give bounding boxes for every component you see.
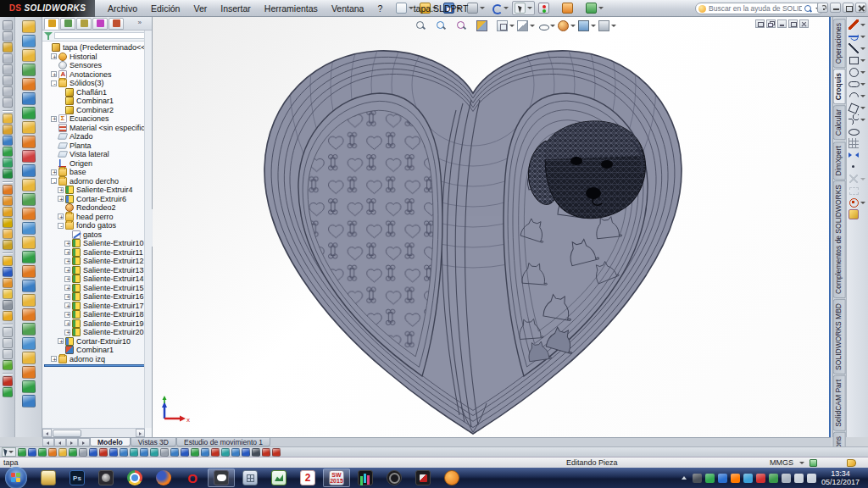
tree-item[interactable]: Planta xyxy=(44,141,152,151)
tool-icon[interactable] xyxy=(3,42,13,53)
expand-toggle-icon[interactable] xyxy=(58,338,64,344)
doc-cascade-icon[interactable] xyxy=(766,19,776,28)
taskbar-equalizer[interactable] xyxy=(352,469,379,487)
tool-icon[interactable] xyxy=(22,366,36,379)
tool-icon[interactable] xyxy=(140,448,148,457)
doc-minimize-icon[interactable] xyxy=(777,19,787,28)
tool-icon[interactable] xyxy=(3,256,13,266)
first-tab-icon[interactable] xyxy=(42,438,54,446)
tool-icon[interactable] xyxy=(3,278,13,288)
tray-red-icon[interactable] xyxy=(756,474,765,483)
tool-icon[interactable] xyxy=(99,448,108,457)
tool-icon[interactable] xyxy=(221,448,230,457)
tree-item[interactable]: Cortar-Extruir10 xyxy=(44,337,152,347)
tool-icon[interactable] xyxy=(201,448,209,457)
expand-toggle-icon[interactable] xyxy=(64,276,70,282)
tool-icon[interactable] xyxy=(89,448,97,457)
tool-icon[interactable] xyxy=(22,236,36,249)
taskbar-opera[interactable]: O xyxy=(179,469,206,487)
tree-item[interactable]: Sensores xyxy=(44,61,152,70)
dimxpertmanager-tab[interactable] xyxy=(92,18,108,30)
tool-icon[interactable] xyxy=(22,78,36,91)
tool-icon[interactable] xyxy=(22,136,36,148)
close-button[interactable] xyxy=(855,3,866,13)
mirror-tool-icon[interactable] xyxy=(849,150,865,160)
taskbar-clock[interactable]: 13:34 05/12/2017 xyxy=(820,469,865,486)
tool-icon[interactable] xyxy=(3,147,13,157)
menu-item[interactable]: Ver xyxy=(187,2,213,15)
command-tab[interactable]: SOLIDWORKS MBD xyxy=(833,299,846,374)
taskbar-orange-app[interactable] xyxy=(438,469,465,487)
document-tab[interactable]: Modelo xyxy=(90,438,131,446)
menu-item[interactable]: Insertar xyxy=(214,2,257,15)
tool-icon[interactable] xyxy=(48,448,57,457)
menu-item[interactable]: Edición xyxy=(145,2,186,15)
filter-input[interactable] xyxy=(54,32,150,39)
taskbar-dark-app[interactable] xyxy=(92,469,120,487)
tool-icon[interactable] xyxy=(3,53,13,64)
tool-icon[interactable] xyxy=(252,448,260,457)
command-tab[interactable]: Calcular xyxy=(833,105,846,140)
expand-toggle-icon[interactable] xyxy=(51,71,57,77)
options-icon[interactable] xyxy=(583,1,606,15)
zoom-area-icon[interactable] xyxy=(436,20,453,31)
expand-toggle-icon[interactable] xyxy=(64,241,70,247)
tool-icon[interactable] xyxy=(22,337,36,350)
tool-icon[interactable] xyxy=(120,448,128,457)
view-orientation-icon[interactable] xyxy=(497,20,515,31)
tree-item[interactable]: gatos xyxy=(44,230,152,240)
tree-horizontal-scrollbar[interactable] xyxy=(42,428,145,437)
tool-icon[interactable] xyxy=(69,448,77,457)
ellipse-tool-icon[interactable] xyxy=(849,126,865,136)
tree-item[interactable]: Combinar1 xyxy=(44,97,152,106)
tool-icon[interactable] xyxy=(38,448,47,457)
custom-properties-tag-icon[interactable] xyxy=(847,459,856,467)
tree-item[interactable]: Saliente-Extruir17 xyxy=(44,302,152,311)
tool-icon[interactable] xyxy=(22,64,36,76)
tray-volume-icon[interactable] xyxy=(807,474,816,483)
zoom-previous-icon[interactable] xyxy=(456,20,474,31)
tool-icon[interactable] xyxy=(3,289,13,299)
tool-icon[interactable] xyxy=(262,448,270,457)
display-style-icon[interactable] xyxy=(517,20,535,31)
surface-tool-icon[interactable] xyxy=(849,209,865,219)
expand-toggle-icon[interactable] xyxy=(51,178,57,184)
scroll-right-icon[interactable] xyxy=(136,429,145,437)
tool-icon[interactable] xyxy=(22,150,36,163)
tree-item[interactable]: Saliente-Extruir14 xyxy=(44,274,152,284)
tree-item[interactable]: Saliente-Extruir16 xyxy=(44,292,152,302)
tool-icon[interactable] xyxy=(22,251,36,263)
expand-toggle-icon[interactable] xyxy=(64,267,70,273)
tool-icon[interactable] xyxy=(28,448,36,457)
tree-item[interactable]: Saliente-Extruir15 xyxy=(44,284,152,293)
tree-vertical-scrollbar[interactable] xyxy=(144,30,152,428)
sketch-tool-icon[interactable] xyxy=(849,19,865,30)
tool-icon[interactable] xyxy=(22,121,36,134)
tool-icon[interactable] xyxy=(3,240,13,250)
tool-icon[interactable] xyxy=(3,136,13,146)
expand-toggle-icon[interactable] xyxy=(51,116,57,122)
tree-item[interactable]: fondo gatos xyxy=(44,221,152,230)
tree-item[interactable]: head perro xyxy=(44,213,152,222)
tree-item[interactable]: Redondeo2 xyxy=(44,203,152,213)
expand-toggle-icon[interactable] xyxy=(64,330,70,336)
help-button[interactable] xyxy=(817,3,828,13)
tool-icon[interactable] xyxy=(79,448,87,457)
tool-icon[interactable] xyxy=(3,207,13,217)
tool-icon[interactable] xyxy=(3,125,13,135)
tool-icon[interactable] xyxy=(3,196,13,206)
rollback-bar[interactable] xyxy=(44,364,150,367)
arc-tool-icon[interactable] xyxy=(849,91,865,101)
tree-item[interactable]: adorno dercho xyxy=(44,177,152,186)
section-view-icon[interactable] xyxy=(476,20,494,31)
edit-appearance-icon[interactable] xyxy=(558,20,576,31)
line-tool-icon[interactable] xyxy=(849,43,865,53)
tool-icon[interactable] xyxy=(22,380,36,393)
expand-toggle-icon[interactable] xyxy=(64,320,70,326)
expand-toggle-icon[interactable] xyxy=(64,294,70,300)
tool-icon[interactable] xyxy=(58,448,67,457)
tool-icon[interactable] xyxy=(242,448,250,457)
tool-icon[interactable] xyxy=(3,31,13,42)
hide-show-items-icon[interactable] xyxy=(537,20,555,31)
tool-icon[interactable] xyxy=(22,308,36,321)
